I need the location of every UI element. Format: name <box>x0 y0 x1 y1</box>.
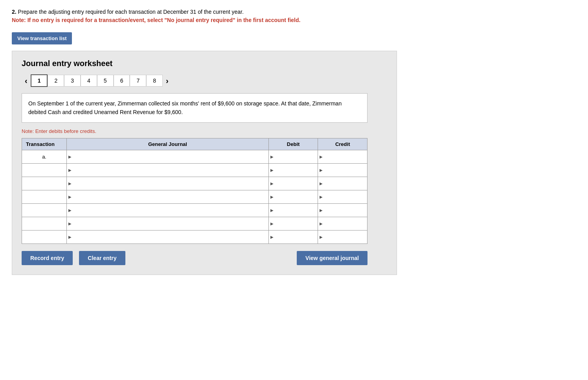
journal-table: Transaction General Journal Debit Credit… <box>22 138 368 244</box>
table-row <box>22 203 368 217</box>
credit-input-cell-1[interactable] <box>318 150 368 163</box>
credit-input-cell-5[interactable] <box>318 203 368 217</box>
general-journal-input-cell-2[interactable] <box>67 163 269 177</box>
view-transaction-list-button[interactable]: View transaction list <box>12 32 72 44</box>
instruction-note: Note: If no entry is required for a tran… <box>12 16 576 24</box>
transaction-label-a: a. <box>22 150 67 163</box>
col-header-general-journal: General Journal <box>67 138 269 150</box>
general-journal-input-1[interactable] <box>67 150 268 163</box>
transaction-label-2 <box>22 163 67 177</box>
tab-5[interactable]: 5 <box>97 75 114 87</box>
debit-input-cell-1[interactable] <box>268 150 318 163</box>
worksheet-title: Journal entry worksheet <box>22 59 387 68</box>
worksheet-container: Journal entry worksheet ‹ 1 2 3 4 5 6 7 … <box>12 51 397 275</box>
instruction-block: 2. Prepare the adjusting entry required … <box>12 8 576 24</box>
table-row <box>22 230 368 243</box>
table-row <box>22 163 368 177</box>
transaction-label-5 <box>22 203 67 217</box>
tab-4[interactable]: 4 <box>81 75 97 87</box>
tab-7[interactable]: 7 <box>130 75 146 87</box>
prev-tab-arrow[interactable]: ‹ <box>22 75 31 87</box>
credit-input-cell-4[interactable] <box>318 190 368 203</box>
debit-input-4[interactable] <box>269 190 318 203</box>
record-entry-button[interactable]: Record entry <box>22 251 73 265</box>
general-journal-input-7[interactable] <box>67 231 268 243</box>
tab-2[interactable]: 2 <box>48 75 64 87</box>
debit-input-2[interactable] <box>269 164 318 177</box>
view-general-journal-button[interactable]: View general journal <box>297 251 368 265</box>
credit-input-cell-3[interactable] <box>318 177 368 190</box>
tab-6[interactable]: 6 <box>114 75 130 87</box>
instruction-number: 2. <box>12 9 17 15</box>
transaction-label-6 <box>22 217 67 230</box>
instruction-line1: 2. Prepare the adjusting entry required … <box>12 8 576 16</box>
debit-credit-note: Note: Enter debits before credits. <box>22 128 387 134</box>
credit-input-6[interactable] <box>318 217 367 230</box>
tab-1[interactable]: 1 <box>31 74 48 87</box>
table-row <box>22 177 368 190</box>
credit-input-1[interactable] <box>318 150 367 163</box>
transaction-label-3 <box>22 177 67 190</box>
table-row <box>22 217 368 230</box>
credit-input-cell-7[interactable] <box>318 230 368 243</box>
credit-input-3[interactable] <box>318 177 367 190</box>
general-journal-input-4[interactable] <box>67 190 268 203</box>
general-journal-input-cell-3[interactable] <box>67 177 269 190</box>
credit-input-cell-2[interactable] <box>318 163 368 177</box>
general-journal-input-2[interactable] <box>67 164 268 177</box>
tab-navigation: ‹ 1 2 3 4 5 6 7 8 › <box>22 74 387 87</box>
debit-input-cell-6[interactable] <box>268 217 318 230</box>
general-journal-input-cell-4[interactable] <box>67 190 269 203</box>
clear-entry-button[interactable]: Clear entry <box>79 251 125 265</box>
debit-input-6[interactable] <box>269 217 318 230</box>
credit-input-5[interactable] <box>318 204 367 217</box>
col-header-credit: Credit <box>318 138 368 150</box>
debit-input-5[interactable] <box>269 204 318 217</box>
col-header-debit: Debit <box>268 138 318 150</box>
transaction-description: On September 1 of the current year, Zimm… <box>22 93 368 123</box>
tab-8[interactable]: 8 <box>146 75 163 87</box>
transaction-label-7 <box>22 230 67 243</box>
button-row: Record entry Clear entry View general jo… <box>22 251 368 265</box>
general-journal-input-cell-6[interactable] <box>67 217 269 230</box>
instruction-text: Prepare the adjusting entry required for… <box>17 9 244 15</box>
credit-input-cell-6[interactable] <box>318 217 368 230</box>
debit-input-cell-2[interactable] <box>268 163 318 177</box>
general-journal-input-cell-1[interactable] <box>67 150 269 163</box>
debit-input-cell-4[interactable] <box>268 190 318 203</box>
debit-input-cell-7[interactable] <box>268 230 318 243</box>
table-row <box>22 190 368 203</box>
debit-input-7[interactable] <box>269 231 318 243</box>
credit-input-2[interactable] <box>318 164 367 177</box>
debit-input-3[interactable] <box>269 177 318 190</box>
debit-input-cell-5[interactable] <box>268 203 318 217</box>
next-tab-arrow[interactable]: › <box>163 75 172 87</box>
credit-input-4[interactable] <box>318 190 367 203</box>
debit-input-cell-3[interactable] <box>268 177 318 190</box>
general-journal-input-5[interactable] <box>67 204 268 217</box>
transaction-label-4 <box>22 190 67 203</box>
general-journal-input-6[interactable] <box>67 217 268 230</box>
general-journal-input-cell-5[interactable] <box>67 203 269 217</box>
general-journal-input-3[interactable] <box>67 177 268 190</box>
debit-input-1[interactable] <box>269 150 318 163</box>
general-journal-input-cell-7[interactable] <box>67 230 269 243</box>
credit-input-7[interactable] <box>318 231 367 243</box>
tab-3[interactable]: 3 <box>64 75 81 87</box>
col-header-transaction: Transaction <box>22 138 67 150</box>
table-row: a. <box>22 150 368 163</box>
